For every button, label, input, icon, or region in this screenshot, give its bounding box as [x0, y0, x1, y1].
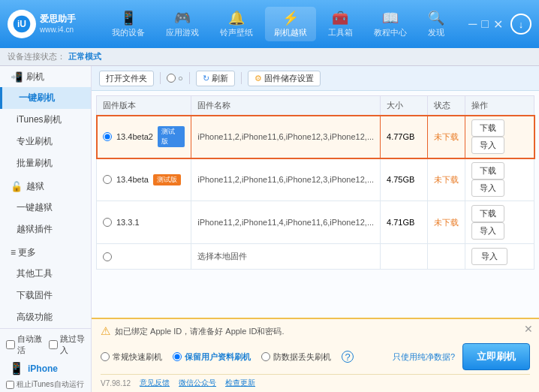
right-side: 只使用纯净数据? 立即刷机: [393, 343, 530, 370]
iphone-device-icon: 📱: [9, 361, 24, 375]
auto-activate-checkbox[interactable]: [6, 340, 15, 349]
cell-version-2: 13.4beta测试版: [97, 158, 191, 201]
panel-close-btn[interactable]: ✕: [524, 323, 533, 335]
cell-name-3: iPhone11,2,iPhone11,4,iPhone11,6,iPhone1…: [191, 201, 381, 244]
close-icon[interactable]: ✕: [493, 17, 503, 32]
content-toolbar: 打开文件夹 document.querySelector('[data-name…: [92, 66, 539, 91]
apps-icon: 🎮: [174, 10, 191, 26]
download-btn-1[interactable]: 下载: [471, 119, 504, 137]
logo-name: 爱思助手: [40, 14, 76, 26]
firmware-storage-btn[interactable]: ⚙ 固件储存设置: [248, 71, 321, 86]
keep-data-option[interactable]: 保留用户资料刷机: [173, 351, 251, 363]
flash-icon: ⚡: [282, 10, 299, 26]
rescue-flash-option[interactable]: 防数据丢失刷机: [261, 351, 331, 363]
download-btn-2[interactable]: 下载: [471, 162, 504, 179]
sidebar-item-itunes-flash[interactable]: iTunes刷机: [0, 109, 91, 131]
col-status: 状态: [428, 96, 465, 116]
toolbar-divider1: [160, 72, 161, 84]
maximize-icon[interactable]: □: [481, 17, 489, 31]
svg-text:iU: iU: [17, 19, 26, 29]
table-row-4[interactable]: 选择本地固件导入: [97, 244, 534, 270]
cell-size-2: 4.75GB: [381, 158, 428, 201]
sidebar-item-batch-flash[interactable]: 批量刷机: [0, 152, 91, 174]
import-btn-3[interactable]: 导入: [471, 222, 504, 240]
open-folder-btn[interactable]: 打开文件夹: [99, 71, 154, 86]
cell-name-4: 选择本地固件: [191, 244, 381, 270]
wechat-link[interactable]: 微信公众号: [179, 378, 216, 388]
refresh-icon: ↻: [203, 74, 209, 83]
jailbreak-sidebar-icon: 🔓: [11, 181, 23, 192]
check-update-link[interactable]: 检查更新: [225, 378, 255, 388]
nav-item-apps[interactable]: 🎮 应用游戏: [157, 7, 208, 41]
nav-item-discover[interactable]: 🔍 发现: [419, 7, 453, 41]
warning-row: ⚠ 如已绑定 Apple ID，请准备好 Apple ID和密码.: [101, 324, 530, 338]
sidebar-item-jailbreak-plugin[interactable]: 越狱插件: [0, 219, 91, 240]
quick-flash-option[interactable]: 常规快速刷机: [101, 351, 162, 363]
cell-name-1: iPhone11,2,iPhone11,6,iPhone12,3,iPhone1…: [191, 116, 381, 158]
nav-item-ringtones[interactable]: 🔔 铃声壁纸: [211, 7, 262, 41]
sidebar-item-professional-flash[interactable]: 专业刷机: [0, 131, 91, 152]
skip-import-checkbox[interactable]: [49, 340, 58, 349]
sidebar-item-one-click-flash[interactable]: 一键刷机: [0, 87, 91, 109]
sidebar-item-download-firmware[interactable]: 下载固件: [0, 285, 91, 306]
help-icon[interactable]: ?: [342, 351, 354, 363]
tutorials-icon: 📖: [382, 10, 399, 26]
logo-svg: iU: [12, 14, 32, 34]
refresh-btn[interactable]: ↻ 刷新: [196, 71, 235, 86]
sidebar: 📲 刷机 一键刷机 iTunes刷机 专业刷机 批量刷机 🔓 越狱 一键越狱 越…: [0, 66, 92, 392]
warning-icon: ⚠: [101, 324, 110, 338]
sidebar-item-flash[interactable]: 📲 刷机: [0, 66, 91, 87]
col-size: 大小: [381, 96, 428, 116]
cell-name-2: iPhone11,2,iPhone11,6,iPhone12,3,iPhone1…: [191, 158, 381, 201]
download-btn-3[interactable]: 下载: [471, 205, 504, 222]
auto-activate-option[interactable]: 自动激活: [6, 333, 43, 356]
device-icon: 📱: [120, 10, 137, 26]
logo-url: www.i4.cn: [40, 25, 76, 35]
start-flash-btn[interactable]: 立即刷机: [462, 343, 530, 370]
nav-item-toolbox[interactable]: 🧰 工具箱: [319, 7, 362, 41]
sidebar-item-jailbreak[interactable]: 🔓 越狱: [0, 176, 91, 197]
col-action: 操作: [465, 96, 534, 116]
import-local-btn[interactable]: 导入: [471, 248, 507, 265]
cell-status-3: 未下载: [428, 201, 465, 244]
version-row: V7.98.12 意见反馈 微信公众号 检查更新: [101, 374, 530, 388]
sidebar-item-other-tools[interactable]: 其他工具: [0, 263, 91, 285]
device-status-label: 设备连接状态：: [8, 51, 65, 62]
sidebar-item-one-click-jailbreak[interactable]: 一键越狱: [0, 197, 91, 219]
toolbar-divider3: [241, 72, 242, 84]
feedback-link[interactable]: 意见反馈: [140, 378, 170, 388]
main-layout: 📲 刷机 一键刷机 iTunes刷机 专业刷机 批量刷机 🔓 越狱 一键越狱 越…: [0, 66, 539, 392]
nav-item-flash[interactable]: ⚡ 刷机越狱: [265, 7, 316, 41]
table-row-1[interactable]: 13.4beta2测试版iPhone11,2,iPhone11,6,iPhone…: [97, 116, 534, 158]
itunes-autorun-checkbox[interactable]: [6, 381, 14, 389]
sidebar-item-more[interactable]: ≡ 更多: [0, 242, 91, 263]
iphone-device-item[interactable]: 📱 iPhone: [6, 359, 85, 378]
cell-size-3: 4.71GB: [381, 201, 428, 244]
itunes-autorun-option[interactable]: 租止iTunes自动运行: [6, 378, 85, 391]
pure-data-link[interactable]: 只使用纯净数据?: [393, 351, 455, 363]
table-row-2[interactable]: 13.4beta测试版iPhone11,2,iPhone11,6,iPhone1…: [97, 158, 534, 201]
toolbar-radio1[interactable]: ○: [167, 74, 183, 83]
content: 打开文件夹 document.querySelector('[data-name…: [92, 66, 539, 392]
flash-sidebar-icon: 📲: [11, 71, 23, 83]
nav-item-my-device[interactable]: 📱 我的设备: [103, 7, 154, 41]
nav-item-tutorials[interactable]: 📖 教程中心: [365, 7, 416, 41]
header-right: ─ □ ✕ ↓: [468, 14, 531, 35]
options-btn-row: 常规快速刷机 保留用户资料刷机 防数据丢失刷机 ? 只使用纯净数据? 立即刷机: [101, 343, 530, 370]
import-btn-1[interactable]: 导入: [471, 137, 504, 154]
table-container: 固件版本 固件名称 大小 状态 操作 13.4beta2测试版iPhone11,…: [92, 91, 539, 318]
logo-icon: iU: [8, 10, 36, 38]
table-row-3[interactable]: 13.3.1iPhone11,2,iPhone11,4,iPhone11,6,i…: [97, 201, 534, 244]
sidebar-item-advanced[interactable]: 高级功能: [0, 306, 91, 328]
cell-version-1: 13.4beta2测试版: [97, 116, 191, 158]
cell-version-4: [97, 244, 191, 270]
skip-import-option[interactable]: 跳过导入: [49, 333, 86, 356]
flash-options: 常规快速刷机 保留用户资料刷机 防数据丢失刷机 ?: [101, 351, 354, 363]
device-status-value: 正常模式: [68, 51, 101, 62]
download-circle-btn[interactable]: ↓: [510, 14, 531, 35]
minimize-icon[interactable]: ─: [468, 17, 477, 31]
import-btn-2[interactable]: 导入: [471, 179, 504, 197]
toolbar-divider2: [189, 72, 190, 84]
col-name: 固件名称: [191, 96, 381, 116]
toolbox-icon: 🧰: [332, 10, 348, 26]
